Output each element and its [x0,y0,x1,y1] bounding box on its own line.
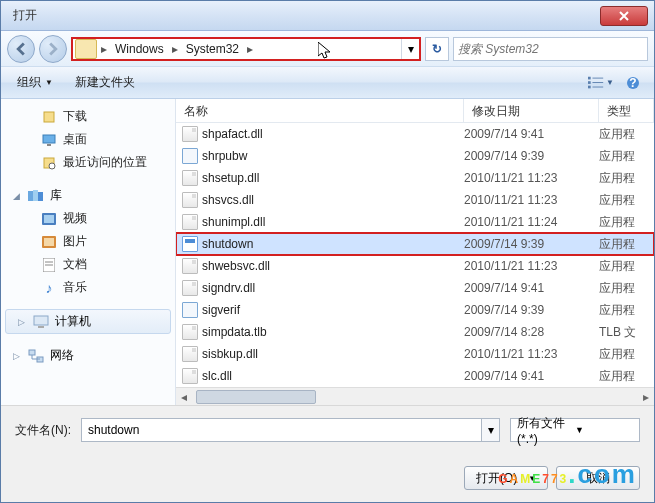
file-type: 应用程 [599,258,654,275]
svg-rect-2 [588,81,591,84]
toolbar: 组织 ▼ 新建文件夹 ▼ ? [1,67,654,99]
sidebar-label: 桌面 [63,131,87,148]
scroll-left-icon[interactable]: ◂ [176,389,192,405]
forward-button[interactable] [39,35,67,63]
svg-rect-3 [592,82,603,83]
window-title: 打开 [7,7,600,24]
svg-rect-1 [592,77,603,78]
file-row[interactable]: shrpubw2009/7/14 9:39应用程 [176,145,654,167]
scroll-right-icon[interactable]: ▸ [638,389,654,405]
search-box[interactable] [453,37,648,61]
svg-rect-15 [38,192,43,201]
libraries-icon [28,188,44,204]
sidebar-group-computer[interactable]: ▷ 计算机 [5,309,171,334]
organize-button[interactable]: 组织 ▼ [9,70,61,95]
breadcrumb-windows[interactable]: Windows [109,39,170,59]
scrollbar-thumb[interactable] [196,390,316,404]
filename-label: 文件名(N): [15,422,71,439]
sidebar-item-pictures[interactable]: 图片 [1,230,175,253]
sidebar-item-recent[interactable]: 最近访问的位置 [1,151,175,174]
file-name: sigverif [202,303,464,317]
close-icon [619,11,629,21]
sidebar[interactable]: 下载 桌面 最近访问的位置 ◢ 库 视频 图片 [1,99,176,405]
file-name: shwebsvc.dll [202,259,464,273]
filename-input-wrap[interactable] [81,418,482,442]
svg-point-12 [49,163,55,169]
file-row[interactable]: shutdown2009/7/14 9:39应用程 [176,233,654,255]
sidebar-group-libraries[interactable]: ◢ 库 [1,184,175,207]
footer: 文件名(N): ▾ 所有文件(*.*) ▼ [1,405,654,454]
file-date: 2009/7/14 9:41 [464,127,599,141]
file-row[interactable]: shunimpl.dll2010/11/21 11:24应用程 [176,211,654,233]
breadcrumb-dropdown[interactable]: ▾ [401,39,419,59]
downloads-icon [41,109,57,125]
file-row[interactable]: shsvcs.dll2010/11/21 11:23应用程 [176,189,654,211]
filename-dropdown[interactable]: ▾ [482,418,500,442]
file-date: 2009/7/14 9:39 [464,237,599,251]
back-button[interactable] [7,35,35,63]
cancel-button[interactable]: 取消 [556,466,640,490]
file-row[interactable]: slc.dll2009/7/14 9:41应用程 [176,365,654,387]
file-name: shpafact.dll [202,127,464,141]
sidebar-item-videos[interactable]: 视频 [1,207,175,230]
file-list: 名称 修改日期 类型 shpafact.dll2009/7/14 9:41应用程… [176,99,654,405]
file-icon [182,368,198,384]
file-type: 应用程 [599,214,654,231]
sidebar-group-network[interactable]: ▷ 网络 [1,344,175,367]
file-row[interactable]: signdrv.dll2009/7/14 9:41应用程 [176,277,654,299]
file-row[interactable]: shpafact.dll2009/7/14 9:41应用程 [176,123,654,145]
sidebar-label: 图片 [63,233,87,250]
file-date: 2009/7/14 8:28 [464,325,599,339]
videos-icon [41,211,57,227]
file-row[interactable]: simpdata.tlb2009/7/14 8:28TLB 文 [176,321,654,343]
file-row[interactable]: shwebsvc.dll2010/11/21 11:23应用程 [176,255,654,277]
sidebar-item-music[interactable]: ♪ 音乐 [1,276,175,299]
svg-rect-9 [43,135,55,143]
help-icon: ? [626,76,640,90]
sidebar-label: 计算机 [55,313,91,330]
help-button[interactable]: ? [620,72,646,94]
filename-input[interactable] [88,423,475,437]
column-type[interactable]: 类型 [599,99,654,122]
column-date[interactable]: 修改日期 [464,99,599,122]
search-input[interactable] [458,42,643,56]
footer-buttons: 打开(O) ▼ 取消 [1,454,654,502]
file-row[interactable]: sisbkup.dll2010/11/21 11:23应用程 [176,343,654,365]
refresh-button[interactable]: ↻ [425,37,449,61]
file-type: 应用程 [599,236,654,253]
new-folder-label: 新建文件夹 [75,74,135,91]
view-button[interactable]: ▼ [588,72,614,94]
sidebar-item-desktop[interactable]: 桌面 [1,128,175,151]
file-row[interactable]: sigverif2009/7/14 9:39应用程 [176,299,654,321]
filter-label: 所有文件(*.*) [517,415,575,446]
file-icon [182,214,198,230]
music-icon: ♪ [41,280,57,296]
chevron-down-icon: ▼ [521,474,536,483]
close-button[interactable] [600,6,648,26]
file-name: shunimpl.dll [202,215,464,229]
breadcrumb[interactable]: ▸ Windows ▸ System32 ▸ ▾ [71,37,421,61]
new-folder-button[interactable]: 新建文件夹 [67,70,143,95]
network-icon [28,348,44,364]
svg-rect-23 [34,316,48,325]
sidebar-label: 最近访问的位置 [63,154,147,171]
file-filter[interactable]: 所有文件(*.*) ▼ [510,418,640,442]
file-type: 应用程 [599,192,654,209]
column-name[interactable]: 名称 [176,99,464,122]
sidebar-item-documents[interactable]: 文档 [1,253,175,276]
svg-rect-8 [44,112,54,122]
open-button[interactable]: 打开(O) ▼ [464,466,548,490]
arrow-right-icon [46,42,60,56]
documents-icon [41,257,57,273]
svg-rect-10 [47,144,51,146]
list-body[interactable]: shpafact.dll2009/7/14 9:41应用程shrpubw2009… [176,123,654,387]
breadcrumb-system32[interactable]: System32 [180,39,245,59]
chevron-down-icon: ▼ [45,78,53,87]
file-row[interactable]: shsetup.dll2010/11/21 11:23应用程 [176,167,654,189]
file-icon [182,258,198,274]
file-name: signdrv.dll [202,281,464,295]
svg-rect-4 [588,85,591,88]
horizontal-scrollbar[interactable]: ◂ ▸ [176,387,654,405]
sidebar-item-downloads[interactable]: 下载 [1,105,175,128]
organize-label: 组织 [17,74,41,91]
